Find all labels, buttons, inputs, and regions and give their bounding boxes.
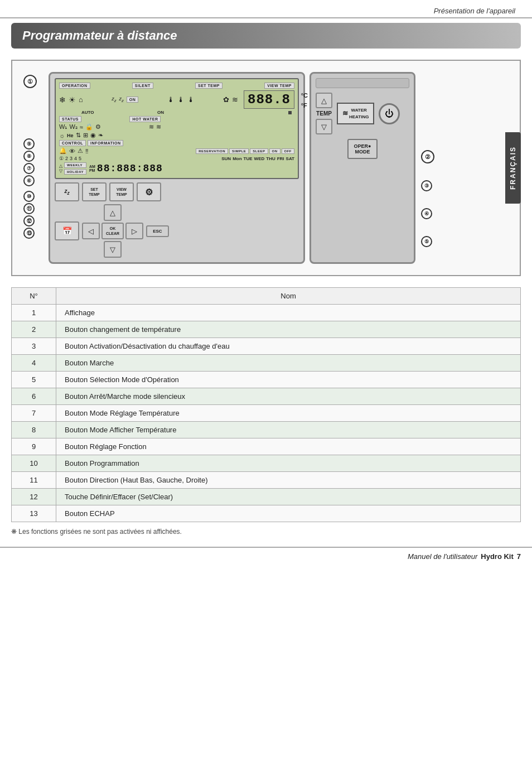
row-num: 7 <box>12 405 56 422</box>
status-icons-row: W₁ W₂ ≈ 🔒 ⚙ ≋ ≋ <box>59 123 294 131</box>
table-row: 1Affichage <box>12 305 521 321</box>
water-heating-section: △ TEMP ▽ ≋ WATERHEATING ⏻ <box>316 93 409 134</box>
footer-page: 7 <box>517 552 521 561</box>
footer-manual: Manuel de l'utilisateur <box>408 552 477 561</box>
page-header: Présentation de l'appareil <box>0 0 532 17</box>
sleep-btn[interactable]: zz <box>55 182 79 201</box>
arrow-down-btn[interactable]: ▽ <box>104 241 122 258</box>
page-title: Programmateur à distance <box>22 28 510 43</box>
footer-hydro: Hydro Kit <box>481 552 514 561</box>
icon-tank: ◉ <box>90 132 96 139</box>
icon-exclaim: ‼ <box>85 148 89 155</box>
ampm: AM PM <box>89 165 95 172</box>
icon-lock: 🔒 <box>85 123 93 131</box>
weekly-holiday-labels: WEEKLY HOLIDAY <box>64 162 86 175</box>
arrow-left-btn[interactable]: ◁ <box>82 223 100 239</box>
title-bar: Programmateur à distance <box>11 23 521 49</box>
table-row: 5Bouton Sélection Mode d'Opération <box>12 372 521 388</box>
label-weekly: WEEKLY <box>64 162 86 168</box>
col-header-num: N° <box>12 288 56 305</box>
row-name: Bouton Direction (Haut Bas, Gauche, Droi… <box>56 472 521 489</box>
table-row: 2Bouton changement de température <box>12 321 521 338</box>
power-btn[interactable]: ⏻ <box>379 103 400 124</box>
label-12: ⑫ <box>23 215 35 226</box>
nav-mid-row: ◁ OKCLEAR ▷ <box>82 223 143 239</box>
icon-zzz: zz <box>112 96 116 103</box>
label-13: ⑬ <box>23 228 35 239</box>
table-row: 11Bouton Direction (Haut Bas, Gauche, Dr… <box>12 472 521 489</box>
label-reservation: RESERVATION <box>196 148 228 154</box>
day-sun: SUN <box>221 156 231 161</box>
temp-label: TEMP <box>316 110 332 117</box>
table-row: 6Bouton Arrêt/Marche mode silencieux <box>12 388 521 405</box>
label-status: STATUS <box>59 116 81 122</box>
label-silent: SILENT <box>132 83 153 89</box>
row-num: 3 <box>12 338 56 355</box>
icon-temp1: 🌡 <box>167 95 175 104</box>
arrow-right-btn[interactable]: ▷ <box>125 223 143 239</box>
row-num: 6 <box>12 388 56 405</box>
icon-temp3: 🌡 <box>187 95 195 104</box>
time-digits: 88:888:888 <box>97 163 163 174</box>
day-fri: FRI <box>277 156 284 161</box>
label-2: ② <box>421 150 434 163</box>
label-auto: AUTO <box>81 110 94 115</box>
row-num: 2 <box>12 321 56 338</box>
row-name: Bouton Mode Réglage Température <box>56 405 521 422</box>
celsius: °C <box>301 91 308 101</box>
weekly-holiday-row: △ ▽ WEEKLY HOLIDAY AM PM 88 <box>59 162 294 175</box>
icon-grid: ⊞ <box>83 132 88 139</box>
row-name: Bouton Arrêt/Marche mode silencieux <box>56 388 521 405</box>
day-tue: TUE <box>244 156 253 161</box>
label-pm: PM <box>89 168 95 172</box>
label-1: ① <box>23 75 37 88</box>
table-row: 7Bouton Mode Réglage Température <box>12 405 521 422</box>
table-section: N° Nom 1Affichage2Bouton changement de t… <box>11 287 521 522</box>
row-name: Affichage <box>56 305 521 321</box>
view-temp-btn[interactable]: VIEWTEMP <box>109 182 134 201</box>
label-set-temp: SET TEMP <box>195 83 223 89</box>
label-4: ④ <box>421 208 432 219</box>
row-name: Bouton changement de température <box>56 321 521 338</box>
table-row: 8Bouton Mode Afficher Température <box>12 422 521 438</box>
icon-wifi3: ≈ <box>80 124 83 131</box>
icon-snow: ❄ <box>59 95 66 104</box>
left-labels: ① ⑨ ⑧ ⑦ ⑥ ⑩ ⑪ ⑫ ⑬ <box>23 72 43 239</box>
table-row: 3Bouton Activation/Désactivation du chau… <box>12 338 521 355</box>
row-name: Touche Définir/Effacer (Set/Clear) <box>56 489 521 505</box>
label-operation: OPERATION <box>59 83 90 89</box>
table-row: 13Bouton ECHAP <box>12 505 521 522</box>
num-2: 2 <box>65 156 68 161</box>
water-heating-btn[interactable]: ≋ WATERHEATING <box>337 103 374 124</box>
ctrl-row1: zz SETTEMP VIEWTEMP <box>55 182 299 201</box>
left-ctrl-area: zz SETTEMP VIEWTEMP <box>55 182 299 258</box>
label-6: ⑥ <box>23 175 35 186</box>
temp-up-down: △ TEMP ▽ <box>316 93 332 134</box>
schedule-btn[interactable]: 📅 <box>55 221 79 240</box>
settings-btn[interactable]: ⚙ <box>137 182 161 201</box>
main-digits-area: 888.8 °C °F <box>244 90 294 109</box>
oper-mode-btn[interactable]: OPER●MODE <box>347 139 378 159</box>
ok-clear-btn[interactable]: OKCLEAR <box>101 223 124 239</box>
temp-down-btn[interactable]: ▽ <box>316 119 332 134</box>
num-3: 3 <box>70 156 72 161</box>
esc-btn[interactable]: ESC <box>146 225 168 237</box>
row-num: 12 <box>12 489 56 505</box>
lcd-row3: ☼ He ⇅ ⊞ ◉ ❧ <box>59 132 294 139</box>
temp-up-btn[interactable]: △ <box>316 93 332 108</box>
label-hotwater-on: ON <box>157 110 164 115</box>
row-name: Bouton Réglage Fonction <box>56 438 521 455</box>
icon-wave: ≋ <box>232 95 238 104</box>
icon-temp-up: ⇅ <box>76 132 81 139</box>
francais-tab: FRANÇAIS <box>505 132 521 204</box>
icon-fan: ✿ <box>223 95 229 104</box>
row-num: 10 <box>12 455 56 472</box>
status-row: STATUS HOT WATER <box>59 116 294 122</box>
row-num: 4 <box>12 355 56 372</box>
lower-control-area: zz SETTEMP VIEWTEMP <box>55 182 299 258</box>
label-information: INFORMATION <box>88 140 123 146</box>
control-info-row: CONTROL INFORMATION <box>59 140 294 146</box>
set-temp-btn[interactable]: SETTEMP <box>82 182 107 201</box>
arrow-up-btn[interactable]: △ <box>104 204 122 221</box>
footer-note: ❋ Les fonctions grisées ne sont pas acti… <box>11 528 521 536</box>
